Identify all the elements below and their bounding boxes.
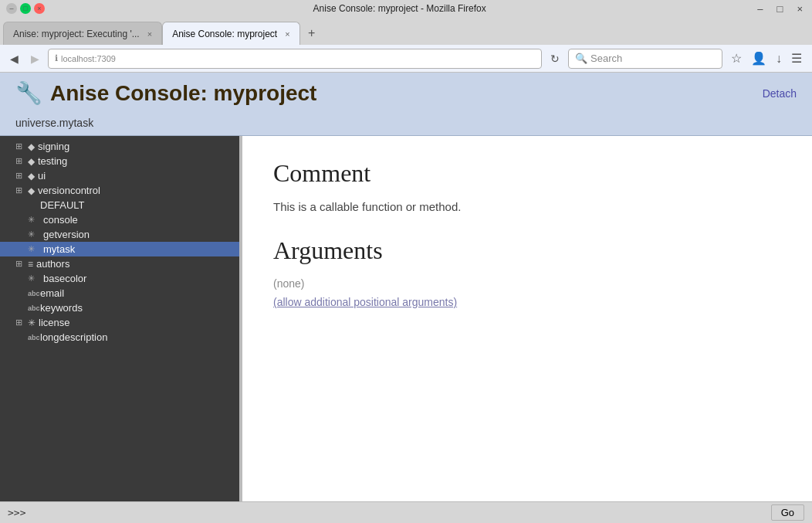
detach-link[interactable]: Detach [763, 87, 797, 100]
label-versioncontrol: versioncontrol [38, 185, 100, 196]
search-box[interactable]: 🔍 Search [568, 49, 722, 69]
tab-2-close[interactable]: × [285, 29, 289, 39]
expand-icon-license: ⊞ [15, 318, 25, 328]
win-restore-btn[interactable]: □ [774, 2, 787, 16]
statusbar-prompt: >>> [8, 507, 25, 518]
expand-icon-ui: ⊞ [15, 171, 25, 181]
url-bar[interactable]: ℹ localhost:7309 [48, 49, 542, 69]
sidebar-item-basecolor[interactable]: ✳ basecolor [0, 271, 239, 286]
label-default: DEFAULT [40, 199, 85, 211]
forward-button[interactable]: ▶ [27, 51, 43, 66]
bookmark-button[interactable]: ☆ [727, 49, 746, 67]
reload-button[interactable]: ↻ [546, 51, 563, 66]
sidebar-item-mytask[interactable]: ✳ mytask [0, 242, 239, 256]
sidebar-item-versioncontrol[interactable]: ⊞ ◆ versioncontrol [0, 183, 239, 198]
search-icon: 🔍 [575, 53, 587, 64]
window-title: Anise Console: myproject - Mozilla Firef… [45, 3, 754, 14]
sidebar-item-license[interactable]: ⊞ ✳ license [0, 315, 239, 330]
main-panel: Comment This is a callable function or m… [242, 136, 812, 501]
page-title-area: 🔧 Anise Console: myproject [15, 80, 316, 106]
win-close-btn[interactable]: × [793, 2, 806, 16]
minimize-button[interactable]: – [6, 3, 17, 14]
list-icon-authors: ≡ [28, 259, 33, 270]
tab-2[interactable]: Anise Console: myproject × [162, 22, 300, 45]
asterisk-icon-license: ✳ [28, 318, 36, 328]
expand-icon-console: ✳ [28, 215, 37, 225]
security-icon: ℹ [55, 53, 58, 63]
titlebar: – □ × Anise Console: myproject - Mozilla… [0, 0, 812, 17]
maximize-button[interactable]: □ [20, 3, 31, 14]
label-basecolor: basecolor [43, 273, 86, 284]
sidebar-item-longdescription[interactable]: abc longdescription [0, 330, 239, 345]
label-ui: ui [38, 170, 46, 182]
sidebar-item-ui[interactable]: ⊞ ◆ ui [0, 168, 239, 183]
sidebar-item-console[interactable]: ✳ console [0, 212, 239, 227]
sidebar-item-default[interactable]: DEFAULT [0, 198, 239, 212]
go-button[interactable]: Go [771, 504, 804, 521]
win-minimize-btn[interactable]: – [754, 2, 766, 16]
expand-icon-getversion: ✳ [28, 229, 37, 239]
comment-heading: Comment [273, 159, 781, 188]
universe-label: universe.mytask [15, 117, 93, 129]
tab-1[interactable]: Anise: myproject: Executing '... × [3, 22, 162, 45]
tab-1-label: Anise: myproject: Executing '... [13, 29, 140, 39]
label-license: license [39, 317, 69, 328]
main-content: 🔧 Anise Console: myproject Detach univer… [0, 73, 812, 501]
sidebar-item-email[interactable]: abc email [0, 286, 239, 301]
label-keywords: keywords [40, 302, 83, 314]
expand-icon-signing: ⊞ [15, 141, 25, 151]
label-getversion: getversion [43, 229, 90, 240]
sidebar-item-testing[interactable]: ⊞ ◆ testing [0, 154, 239, 168]
back-button[interactable]: ◀ [6, 51, 22, 66]
label-authors: authors [36, 258, 69, 270]
download-button[interactable]: ↓ [772, 49, 786, 67]
new-tab-button[interactable]: + [300, 22, 323, 45]
expand-icon-mytask: ✳ [28, 244, 37, 254]
expand-icon-versioncontrol: ⊞ [15, 185, 25, 195]
menu-button[interactable]: ☰ [787, 49, 806, 67]
diamond-icon-signing: ◆ [28, 141, 35, 152]
expand-icon-authors: ⊞ [15, 259, 25, 269]
diamond-icon-ui: ◆ [28, 171, 35, 182]
diamond-icon-versioncontrol: ◆ [28, 185, 35, 196]
arguments-heading: Arguments [273, 236, 781, 265]
comment-text: This is a callable function or method. [273, 200, 781, 213]
abc-icon-longdescription: abc [28, 334, 37, 341]
close-button[interactable]: × [34, 3, 45, 14]
abc-icon-email: abc [28, 290, 37, 297]
url-text: localhost:7309 [61, 54, 535, 63]
arg-more[interactable]: (allow additional positional arguments) [273, 296, 781, 308]
sidebar-item-authors[interactable]: ⊞ ≡ authors [0, 256, 239, 271]
sidebar-item-getversion[interactable]: ✳ getversion [0, 227, 239, 242]
diamond-icon-testing: ◆ [28, 156, 35, 167]
page-header: 🔧 Anise Console: myproject Detach [0, 73, 812, 114]
toolbar-icons: ☆ 👤 ↓ ☰ [727, 49, 806, 67]
universe-bar: universe.mytask [0, 114, 812, 136]
search-placeholder: Search [590, 53, 622, 64]
arg-none: (none) [273, 277, 781, 290]
sidebar-item-keywords[interactable]: abc keywords [0, 301, 239, 315]
expand-icon-basecolor: ✳ [28, 273, 37, 284]
identity-button[interactable]: 👤 [747, 49, 770, 67]
label-console: console [43, 214, 78, 226]
tab-1-close[interactable]: × [147, 29, 152, 39]
abc-icon-keywords: abc [28, 304, 37, 312]
address-bar: ◀ ▶ ℹ localhost:7309 ↻ 🔍 Search ☆ 👤 ↓ ☰ [0, 45, 812, 73]
sidebar: ⊞ ◆ signing ⊞ ◆ testing ⊞ ◆ ui ⊞ ◆ versi… [0, 136, 239, 501]
label-mytask: mytask [43, 243, 75, 255]
expand-icon-testing: ⊞ [15, 156, 25, 166]
page-title: Anise Console: myproject [50, 81, 316, 106]
label-email: email [40, 287, 64, 299]
window-controls[interactable]: – □ × [6, 3, 45, 14]
label-longdescription: longdescription [40, 331, 107, 343]
statusbar: >>> Go [0, 501, 812, 523]
sidebar-item-signing[interactable]: ⊞ ◆ signing [0, 139, 239, 154]
tab-2-label: Anise Console: myproject [172, 29, 277, 39]
hammer-icon: 🔧 [15, 80, 42, 106]
tabbar: Anise: myproject: Executing '... × Anise… [0, 17, 812, 45]
label-testing: testing [38, 155, 67, 167]
content-area: ⊞ ◆ signing ⊞ ◆ testing ⊞ ◆ ui ⊞ ◆ versi… [0, 136, 812, 501]
win-controls[interactable]: – □ × [754, 2, 806, 16]
label-signing: signing [38, 141, 69, 152]
